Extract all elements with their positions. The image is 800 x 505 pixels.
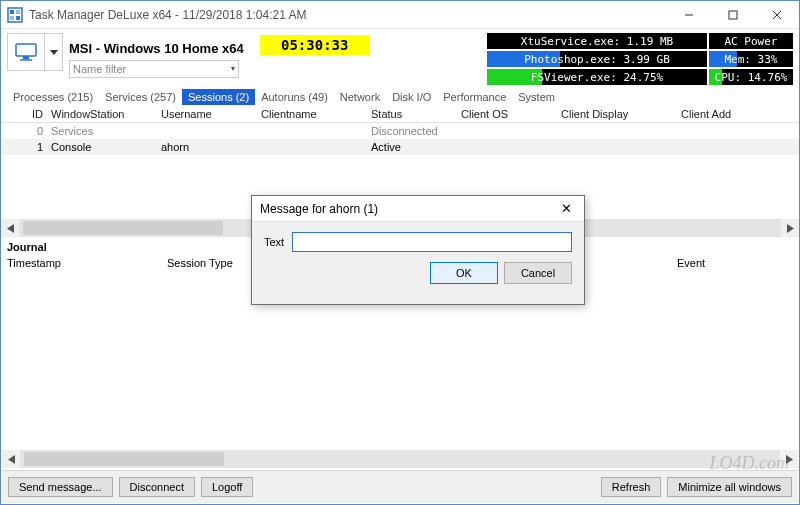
stats-panel: XtuService.exe: 1.19 MBAC PowerPhotoshop… (487, 33, 793, 85)
table-row[interactable]: 1ConsoleahornActive (1, 139, 799, 155)
name-filter-input[interactable]: Name filter ▾ (69, 60, 239, 78)
svg-rect-3 (10, 16, 14, 20)
chevron-down-icon: ▾ (231, 64, 235, 73)
col-status[interactable]: Status (367, 108, 457, 120)
scroll-right-icon[interactable] (781, 219, 799, 237)
scroll-right-icon[interactable] (780, 450, 798, 468)
svg-rect-6 (729, 11, 737, 19)
col-windowstation[interactable]: WindowStation (47, 108, 157, 120)
tab-performance[interactable]: Performance (437, 89, 512, 105)
col-event[interactable]: Event (677, 257, 705, 269)
scroll-track[interactable] (20, 450, 780, 468)
journal-hscrollbar[interactable] (2, 450, 798, 468)
col-timestamp[interactable]: Timestamp (7, 257, 167, 269)
dialog-cancel-button[interactable]: Cancel (504, 262, 572, 284)
name-filter-placeholder: Name filter (73, 63, 126, 75)
dialog-ok-button[interactable]: OK (430, 262, 498, 284)
app-icon (7, 7, 23, 23)
dialog-close-button[interactable]: ✕ (556, 201, 576, 216)
maximize-button[interactable] (711, 1, 755, 28)
scroll-thumb[interactable] (24, 452, 224, 466)
svg-rect-4 (16, 16, 20, 20)
monitor-icon (15, 43, 37, 61)
stat-meter-2: CPU: 14.76% (709, 69, 793, 85)
bottom-toolbar: Send message... Disconnect Logoff Refres… (2, 470, 798, 503)
stat-meter-1: Mem: 33% (709, 51, 793, 67)
col-client-display[interactable]: Client Display (557, 108, 677, 120)
sessions-column-headers: ID WindowStation Username Clientname Sta… (1, 106, 799, 123)
system-icon-button[interactable] (7, 33, 45, 71)
dialog-text-input[interactable] (292, 232, 572, 252)
stat-process-0: XtuService.exe: 1.19 MB (487, 33, 707, 49)
refresh-button[interactable]: Refresh (601, 477, 662, 497)
uptime-display: 05:30:33 (260, 35, 370, 55)
stat-meter-0: AC Power (709, 33, 793, 49)
dialog-titlebar: Message for ahorn (1) ✕ (252, 196, 584, 222)
window-title: Task Manager DeLuxe x64 - 11/29/2018 1:0… (29, 8, 667, 22)
send-message-dialog: Message for ahorn (1) ✕ Text OK Cancel (251, 195, 585, 305)
tab-disk-i-o[interactable]: Disk I/O (386, 89, 437, 105)
svg-rect-10 (23, 56, 29, 59)
minimize-all-windows-button[interactable]: Minimize all windows (667, 477, 792, 497)
table-row[interactable]: 0ServicesDisconnected (1, 123, 799, 139)
scroll-left-icon[interactable] (1, 219, 19, 237)
tab-autoruns-49[interactable]: Autoruns (49) (255, 89, 334, 105)
svg-rect-2 (16, 10, 20, 14)
tab-processes-215[interactable]: Processes (215) (7, 89, 99, 105)
titlebar: Task Manager DeLuxe x64 - 11/29/2018 1:0… (1, 1, 799, 29)
dialog-title: Message for ahorn (1) (260, 202, 378, 216)
stat-process-1: Photoshop.exe: 3.99 GB (487, 51, 707, 67)
header-strip: MSI - Windows 10 Home x64 Name filter ▾ … (1, 29, 799, 89)
scroll-left-icon[interactable] (2, 450, 20, 468)
col-id[interactable]: ID (7, 108, 47, 120)
col-client-os[interactable]: Client OS (457, 108, 557, 120)
system-title: MSI - Windows 10 Home x64 (69, 41, 244, 56)
tab-bar: Processes (215)Services (257)Sessions (2… (1, 89, 799, 106)
tab-services-257[interactable]: Services (257) (99, 89, 182, 105)
close-button[interactable] (755, 1, 799, 28)
col-client-addr[interactable]: Client Add (677, 108, 735, 120)
minimize-button[interactable] (667, 1, 711, 28)
tab-sessions-2[interactable]: Sessions (2) (182, 89, 255, 105)
logoff-button[interactable]: Logoff (201, 477, 253, 497)
dialog-text-label: Text (264, 236, 284, 248)
send-message-button[interactable]: Send message... (8, 477, 113, 497)
col-clientname[interactable]: Clientname (257, 108, 367, 120)
system-dropdown-button[interactable] (45, 33, 63, 71)
scroll-thumb[interactable] (23, 221, 223, 235)
disconnect-button[interactable]: Disconnect (119, 477, 195, 497)
col-username[interactable]: Username (157, 108, 257, 120)
tab-system[interactable]: System (512, 89, 561, 105)
svg-rect-9 (16, 44, 36, 56)
stat-process-2: FSViewer.exe: 24.75% (487, 69, 707, 85)
tab-network[interactable]: Network (334, 89, 386, 105)
svg-rect-1 (10, 10, 14, 14)
chevron-down-icon (50, 50, 58, 55)
